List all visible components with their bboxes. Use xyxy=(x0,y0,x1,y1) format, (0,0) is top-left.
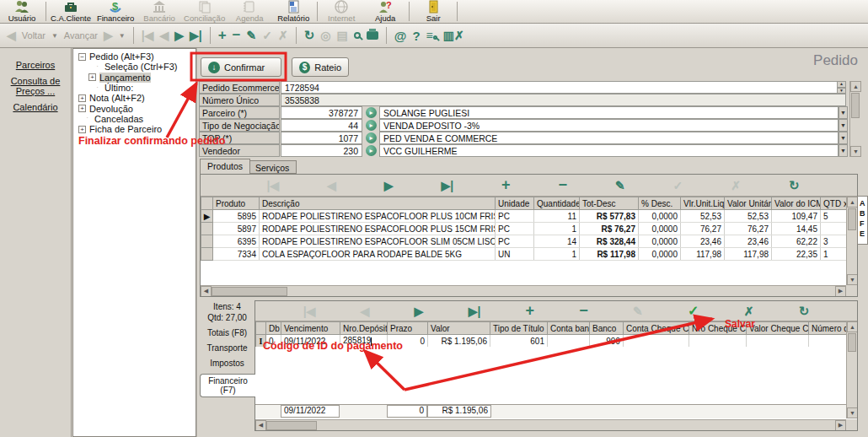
parceiro-code-input[interactable]: 378727 xyxy=(281,106,362,119)
parceiro-dropdown-icon[interactable]: ▼ xyxy=(839,106,848,119)
list-icon[interactable]: ▤ xyxy=(337,29,348,42)
finance-horizontal-scrollbar[interactable]: ◀ ▶ xyxy=(255,419,846,430)
back-button[interactable]: Voltar xyxy=(22,30,46,40)
toolbar-button-conciliacao[interactable]: Conciliação xyxy=(181,0,228,23)
products-vertical-scrollbar[interactable]: ▲▼ xyxy=(846,197,857,285)
save-row-icon[interactable]: ✓ xyxy=(688,303,699,319)
table-row[interactable]: 7334COLA ESPAÇOFLOOR PARA RODAPE BALDE 5… xyxy=(201,248,847,261)
toolbar-button-internet[interactable]: Internet xyxy=(319,0,363,23)
add-record-icon[interactable]: + xyxy=(218,27,227,44)
help-icon[interactable]: ? xyxy=(412,29,420,43)
search-icon[interactable] xyxy=(354,32,361,39)
tab-transporte[interactable]: Transporte xyxy=(200,343,255,353)
tab-financeiro[interactable]: Financeiro (F7) xyxy=(200,374,255,397)
refresh-grid-icon[interactable]: ↻ xyxy=(799,304,810,319)
record-icon[interactable]: ◎ xyxy=(320,29,330,42)
tipo-negociacao-field[interactable]: VENDA DEPOSITO -3% xyxy=(379,119,839,132)
rateio-button[interactable]: $ Rateio xyxy=(292,57,349,77)
vendedor-lookup-icon[interactable]: ▸ xyxy=(366,145,377,156)
expand-icon[interactable]: + xyxy=(78,94,86,102)
email-icon[interactable]: @ xyxy=(394,29,407,43)
products-horizontal-scrollbar[interactable]: ◀ ▶ xyxy=(201,285,846,296)
form-vertical-scrollbar[interactable]: ▲▼ xyxy=(849,81,860,157)
pedido-ecommerce-input[interactable]: 1728594 xyxy=(281,81,846,94)
last-row-icon[interactable]: ▶| xyxy=(469,305,481,318)
toolbar-button-sair[interactable]: Sair xyxy=(411,0,455,23)
refresh-icon[interactable]: ↻ xyxy=(304,28,315,43)
remove-row-icon[interactable]: − xyxy=(559,176,568,194)
finance-vertical-scrollbar[interactable]: ▲▼ xyxy=(846,321,857,418)
collapse-icon[interactable]: − xyxy=(78,53,86,61)
first-record-icon[interactable]: |◀ xyxy=(142,29,154,42)
sidebar-link-calendario[interactable]: Calendário xyxy=(13,102,57,112)
close-document-icon[interactable]: ▥✗ xyxy=(443,29,464,42)
add-row-icon[interactable]: + xyxy=(501,176,511,194)
forward-dropdown-icon[interactable]: ▼ xyxy=(119,32,126,40)
toolbar-button-usuario[interactable]: Usuário xyxy=(0,0,44,23)
remove-row-icon[interactable]: − xyxy=(579,302,588,320)
parceiro-name-field[interactable]: SOLANGE PUGLIESI xyxy=(379,106,839,119)
previous-row-icon[interactable]: ◀ xyxy=(361,305,370,318)
next-row-icon[interactable]: ▶ xyxy=(384,179,394,192)
expand-icon[interactable]: + xyxy=(88,73,96,81)
tipo-negociacao-lookup-icon[interactable]: ▸ xyxy=(366,120,377,131)
edit-row-icon[interactable]: ✎ xyxy=(615,179,625,192)
toolbar-button-financeiro[interactable]: $ Financeiro xyxy=(94,0,137,23)
tab-impostos[interactable]: Impostos xyxy=(200,359,255,368)
toolbar-button-cacliente[interactable]: C.A.Cliente xyxy=(48,0,94,23)
toolbar-button-bancario[interactable]: Bancário xyxy=(137,0,181,23)
last-record-icon[interactable]: ▶| xyxy=(190,29,202,42)
tab-totais[interactable]: Totais (F8) xyxy=(200,328,255,337)
tab-servicos[interactable]: Serviços xyxy=(248,160,297,174)
sidebar-link-consulta-precos[interactable]: Consulta de Preços ... xyxy=(0,76,71,96)
cancel-row-icon[interactable]: ✗ xyxy=(744,305,754,318)
tree-item-lancamento[interactable]: +Lançamento xyxy=(73,73,196,83)
tree-item-selecao[interactable]: ·Seleção (Ctrl+F3) xyxy=(73,62,196,72)
copy-row-icon[interactable]: ✎ xyxy=(633,305,643,318)
forward-button[interactable]: Avançar xyxy=(64,30,98,40)
confirmar-button[interactable]: ↓ Confirmar xyxy=(201,57,281,77)
table-row[interactable]: ▶ 5895RODAPE POLIESTIRENO ESPACOFLOOR PL… xyxy=(201,210,847,223)
tipo-negociacao-dropdown-icon[interactable]: ▼ xyxy=(839,119,848,132)
tree-item-pedido[interactable]: −Pedido (Alt+F3) xyxy=(73,51,196,62)
tipo-negociacao-code-input[interactable]: 44 xyxy=(281,119,362,132)
previous-row-icon[interactable]: ◀ xyxy=(327,179,336,192)
previous-record-icon[interactable]: ◀ xyxy=(159,29,169,42)
confirm-record-icon[interactable]: ✓ xyxy=(262,29,272,42)
vendedor-field[interactable]: VCC GUILHERME xyxy=(379,144,839,157)
search-text-icon[interactable]: ≡ xyxy=(426,29,437,42)
forward-arrow-icon[interactable]: ▶ xyxy=(104,29,113,42)
add-row-icon[interactable]: + xyxy=(526,302,535,320)
pedido-ecommerce-spinner[interactable]: ▲▼ xyxy=(837,81,846,94)
cancel-record-icon[interactable]: ✗ xyxy=(278,29,288,42)
sidebar-link-parceiros[interactable]: Parceiros xyxy=(16,60,55,70)
remove-record-icon[interactable]: − xyxy=(233,27,241,44)
tree-item-ficha-parceiro[interactable]: +Ficha de Parceiro xyxy=(73,124,196,134)
tree-item-nota[interactable]: +Nota (Alt+F2) xyxy=(73,93,196,103)
next-row-icon[interactable]: ▶ xyxy=(415,305,424,318)
tree-item-canceladas[interactable]: ·Canceladas xyxy=(73,114,196,124)
vendedor-dropdown-icon[interactable]: ▼ xyxy=(839,144,848,157)
first-row-icon[interactable]: |◀ xyxy=(303,305,316,318)
print-icon[interactable] xyxy=(367,31,378,40)
toolbar-button-relatorio[interactable]: Relatório xyxy=(271,0,315,23)
back-arrow-icon[interactable]: ◀ xyxy=(7,29,16,42)
last-row-icon[interactable]: ▶| xyxy=(441,179,453,192)
expand-icon[interactable]: + xyxy=(78,126,86,133)
refresh-grid-icon[interactable]: ↻ xyxy=(789,178,800,193)
top-dropdown-icon[interactable]: ▼ xyxy=(839,132,848,144)
edit-record-icon[interactable]: ✎ xyxy=(247,29,257,42)
top-field[interactable]: PED VENDA E COMMERCE xyxy=(379,132,839,144)
toolbar-button-ajuda[interactable]: ? Ajuda xyxy=(363,0,407,23)
tab-produtos[interactable]: Produtos xyxy=(200,159,250,174)
cancel-row-icon[interactable]: ✗ xyxy=(731,179,741,192)
back-dropdown-icon[interactable]: ▼ xyxy=(51,32,58,40)
table-row[interactable]: 6395RODAPE POLIESTIRENO ESPACOFLOOR SLIM… xyxy=(201,235,847,248)
tree-item-devolucao[interactable]: +Devolução xyxy=(73,103,196,113)
confirm-row-icon[interactable]: ✓ xyxy=(673,179,683,192)
vendedor-code-input[interactable]: 230 xyxy=(281,144,362,157)
table-row[interactable]: 5897RODAPE POLIESTIRENO ESPACOFLOOR PLUS… xyxy=(201,223,847,235)
top-lookup-icon[interactable]: ▸ xyxy=(366,132,377,143)
first-row-icon[interactable]: |◀ xyxy=(266,179,279,192)
top-code-input[interactable]: 1077 xyxy=(281,132,362,144)
